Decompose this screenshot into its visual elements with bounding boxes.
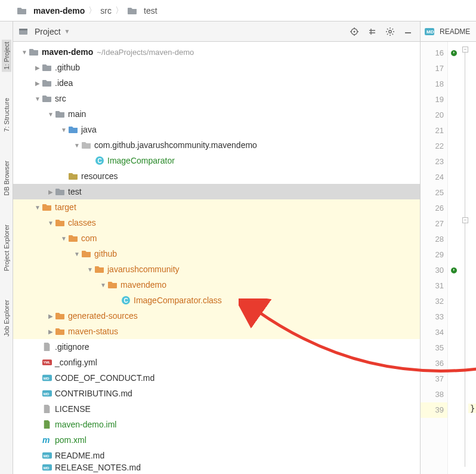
tree-node[interactable]: CImageComparator — [13, 153, 420, 168]
expand-arrow-icon[interactable] — [33, 79, 42, 87]
expand-arrow-icon[interactable] — [33, 203, 42, 211]
tool-tab-project[interactable]: 1: Project — [2, 39, 11, 72]
tree-node[interactable]: .idea — [13, 75, 420, 91]
tree-node[interactable]: com.github.javarushcommunity.mavendemo — [13, 137, 420, 153]
tree-node[interactable]: YML_config.yml — [13, 355, 420, 370]
tree-node-label: CONTRIBUTING.md — [55, 389, 132, 398]
line-number: 24 — [421, 170, 447, 185]
folder-icon — [42, 94, 52, 103]
tree-node[interactable]: main — [13, 106, 420, 122]
tree-node[interactable]: generated-sources — [13, 308, 420, 324]
vcs-change-icon — [450, 50, 458, 57]
tool-tab-project-explorer[interactable]: Project Explorer — [2, 222, 11, 273]
expand-arrow-icon[interactable] — [99, 281, 107, 289]
expand-arrow-icon[interactable] — [86, 265, 94, 273]
project-toolbar: Project ▼ — [13, 21, 420, 42]
markdown-file-icon: MD — [42, 451, 52, 460]
tree-node[interactable]: maven-demo~/IdeaProjects/maven-demo — [13, 44, 420, 60]
tree-node[interactable]: src — [13, 91, 420, 106]
expand-arrow-icon[interactable] — [47, 218, 55, 227]
tree-node[interactable]: .gitignore — [13, 339, 420, 355]
markdown-file-icon: MD — [42, 389, 52, 398]
folder-icon — [55, 109, 66, 119]
tree-node[interactable]: maven-status — [13, 324, 420, 339]
project-view-selector[interactable]: Project ▼ — [18, 27, 70, 36]
tree-node[interactable]: test — [13, 184, 420, 199]
line-number: 18 — [421, 76, 447, 92]
expand-arrow-icon[interactable] — [73, 141, 81, 149]
tree-node[interactable]: maven-demo.iml — [13, 417, 420, 432]
tree-node[interactable]: target — [13, 199, 420, 215]
tree-node-label: test — [68, 187, 82, 196]
line-number: 39 — [421, 402, 447, 418]
project-tree[interactable]: maven-demo~/IdeaProjects/maven-demo.gith… — [13, 42, 420, 474]
tree-node-label: src — [55, 94, 66, 103]
tool-tab-job-explorer[interactable]: Job Explorer — [2, 297, 11, 339]
line-number-gutter: 1617181920212223242526272829303132333435… — [421, 42, 448, 474]
tool-tab-structure[interactable]: 7: Structure — [2, 96, 11, 134]
expand-arrow-icon[interactable] — [47, 110, 55, 118]
tree-node[interactable]: CImageComparator.class — [13, 293, 420, 308]
tree-node[interactable]: mavendemo — [13, 277, 420, 293]
fold-handle-icon[interactable]: − — [462, 217, 468, 223]
line-number: 23 — [421, 154, 447, 170]
tree-node[interactable]: MDRELEASE_NOTES.md — [13, 463, 420, 472]
tree-node[interactable]: .github — [13, 60, 420, 75]
tree-node[interactable]: mpom.xml — [13, 432, 420, 448]
editor-tab-readme[interactable]: README — [440, 27, 470, 36]
tree-node[interactable]: javarushcommunity — [13, 261, 420, 277]
tree-node-label: generated-sources — [68, 311, 138, 321]
folder-icon — [127, 6, 138, 16]
expand-arrow-icon[interactable] — [33, 94, 42, 103]
expand-arrow-icon[interactable] — [60, 125, 68, 134]
expand-arrow-icon[interactable] — [47, 187, 55, 196]
line-number: 35 — [421, 340, 447, 356]
folder-icon — [55, 187, 66, 196]
line-number: 19 — [421, 92, 447, 107]
settings-button[interactable] — [383, 24, 397, 39]
expand-arrow-icon[interactable] — [20, 48, 29, 56]
tree-node[interactable]: MDREADME.md — [13, 448, 420, 463]
tree-node-label: RELEASE_NOTES.md — [55, 463, 141, 472]
tree-node-label: README.md — [55, 451, 104, 460]
expand-arrow-icon[interactable] — [47, 327, 55, 336]
tree-node[interactable]: github — [13, 246, 420, 261]
java-class-icon: C — [94, 156, 105, 165]
tree-node[interactable]: com — [13, 230, 420, 246]
excluded-folder-icon — [55, 327, 66, 336]
expand-all-button[interactable] — [365, 24, 379, 39]
tree-node[interactable]: LICENSE — [13, 401, 420, 417]
line-number: 20 — [421, 107, 447, 123]
expand-arrow-icon[interactable] — [73, 250, 81, 258]
tree-node-label: ImageComparator.class — [134, 296, 222, 305]
svg-text:YML: YML — [44, 361, 51, 364]
expand-arrow-icon[interactable] — [60, 234, 68, 242]
breadcrumb-src[interactable]: src — [100, 6, 112, 16]
locate-button[interactable] — [347, 24, 361, 39]
tree-node[interactable]: resources — [13, 168, 420, 184]
tree-node[interactable]: MDCONTRIBUTING.md — [13, 386, 420, 401]
line-number: 17 — [421, 61, 447, 76]
folder-icon — [17, 6, 27, 16]
vcs-change-icon — [450, 267, 458, 274]
fold-handle-icon[interactable]: − — [462, 47, 468, 53]
tree-node-label: .gitignore — [55, 342, 89, 352]
svg-text:MD: MD — [44, 376, 50, 380]
editor-gutter-marks: − − } — [448, 42, 476, 474]
expand-arrow-icon[interactable] — [33, 63, 42, 72]
tree-node-label: maven-demo — [42, 47, 93, 57]
tree-node-label: .idea — [55, 78, 73, 88]
svg-text:MD: MD — [44, 454, 50, 458]
breadcrumb-leaf[interactable]: test — [144, 6, 157, 16]
tool-tab-db-browser[interactable]: DB Browser — [2, 158, 11, 198]
minimize-button[interactable] — [401, 24, 415, 39]
tree-node[interactable]: classes — [13, 215, 420, 230]
breadcrumb-root[interactable]: maven-demo — [33, 6, 85, 16]
yaml-file-icon: YML — [42, 358, 52, 367]
excluded-folder-icon — [68, 233, 79, 243]
dropdown-arrow-icon: ▼ — [64, 28, 70, 35]
tree-node[interactable]: MDCODE_OF_CONDUCT.md — [13, 370, 420, 386]
tree-node[interactable]: java — [13, 122, 420, 137]
svg-text:C: C — [123, 297, 128, 304]
expand-arrow-icon[interactable] — [47, 312, 55, 320]
